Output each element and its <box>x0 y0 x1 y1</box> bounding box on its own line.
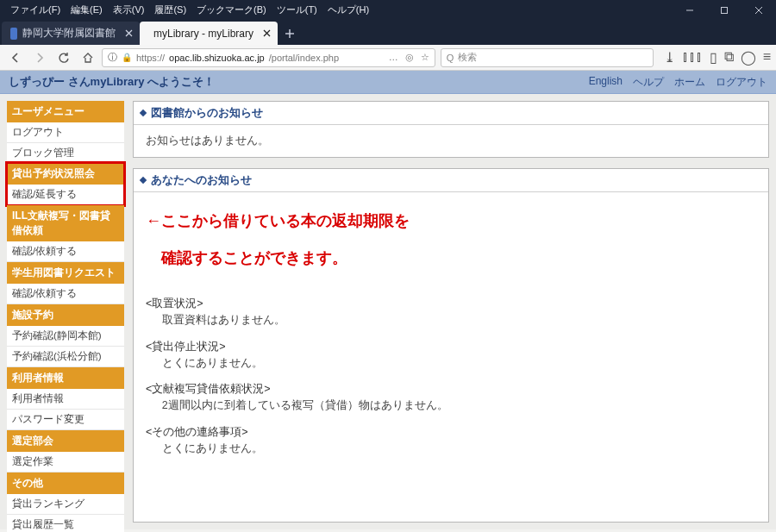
menu-ブックマーク(B)[interactable]: ブックマーク(B) <box>191 2 272 18</box>
sidebar-item[interactable]: 確認/依頼する <box>7 284 124 304</box>
welcome-link[interactable]: English <box>589 75 623 90</box>
sidebar-header: 利用者情報 <box>7 367 124 389</box>
reload-button[interactable] <box>53 47 74 68</box>
sidebar-item[interactable]: 予約確認(静岡本館) <box>7 326 124 347</box>
tab-strip: 静岡大学附属図書館myLibrary - myLibrary <box>0 20 776 45</box>
tracking-shield-icon[interactable]: ◎ <box>405 52 414 63</box>
tab-close-icon[interactable] <box>260 27 272 39</box>
sidebar-header: ユーザメニュー <box>7 101 124 122</box>
sidebar-item[interactable]: 利用者情報 <box>7 389 124 410</box>
sidebar-item[interactable]: パスワード変更 <box>7 410 124 430</box>
welcome-link[interactable]: ホーム <box>674 75 705 90</box>
annotation-text: ←ここから借りている本の返却期限を 確認することができます。 <box>146 201 756 292</box>
menu-履歴(S)[interactable]: 履歴(S) <box>149 2 191 18</box>
lock-icon: 🔒 <box>122 53 132 62</box>
browser-toolbar: ⓘ 🔒 https://opac.lib.shizuoka.ac.jp/port… <box>0 45 776 71</box>
bullet-icon <box>140 110 147 116</box>
notice-group: <文献複写貸借依頼状況>2週間以内に到着している複写（貸借）物はありません。 <box>146 378 756 421</box>
sidebar-header: その他 <box>7 473 124 494</box>
home-button[interactable] <box>78 47 98 68</box>
sidebar-item[interactable]: 予約確認(浜松分館) <box>7 347 124 367</box>
browser-tab[interactable]: 静岡大学附属図書館 <box>2 22 140 45</box>
bullet-icon <box>140 177 147 184</box>
screenshot-icon[interactable]: ⧉ <box>724 49 734 66</box>
sidebar-item[interactable]: 確認/延長する <box>7 185 124 205</box>
sidebar-item[interactable]: 確認/依頼する <box>7 241 124 262</box>
panel-personal-notice: あなたへのお知らせ ←ここから借りている本の返却期限を 確認することができます。… <box>133 168 769 523</box>
tab-label: myLibrary - myLibrary <box>153 28 253 40</box>
search-bar[interactable]: Q 検索 <box>441 48 654 67</box>
welcome-bar: しずっぴー さんmyLibrary へようこそ！ Englishヘルプホームログ… <box>0 71 776 94</box>
menu-ヘルプ(H)[interactable]: ヘルプ(H) <box>322 2 374 18</box>
sidebar-icon[interactable]: ▯ <box>710 49 717 66</box>
url-scheme: https:// <box>136 53 165 63</box>
back-button[interactable] <box>5 47 26 68</box>
notice-group: <その他の連絡事項>とくにありません。 <box>146 421 756 464</box>
maximize-button[interactable] <box>707 0 742 20</box>
address-bar[interactable]: ⓘ 🔒 https://opac.lib.shizuoka.ac.jp/port… <box>102 48 435 67</box>
sidebar-item[interactable]: 選定作業 <box>7 452 124 473</box>
sidebar-header: 選定部会 <box>7 430 124 452</box>
close-window-button[interactable] <box>742 0 776 20</box>
bookmark-star-icon[interactable]: ☆ <box>421 52 429 63</box>
downloads-icon[interactable]: ⤓ <box>664 49 675 66</box>
tab-close-icon[interactable] <box>122 27 135 39</box>
menu-ツール(T)[interactable]: ツール(T) <box>272 2 322 18</box>
account-icon[interactable]: ◯ <box>741 49 756 66</box>
svg-rect-1 <box>722 7 728 13</box>
search-placeholder: 検索 <box>458 51 477 64</box>
sidebar-header: 学生用図書リクエスト <box>7 262 124 284</box>
browser-tab[interactable]: myLibrary - myLibrary <box>140 22 278 45</box>
sidebar-item[interactable]: 貸出ランキング <box>7 494 124 515</box>
sidebar-item[interactable]: 貸出履歴一覧 <box>7 515 124 532</box>
welcome-link[interactable]: ヘルプ <box>633 75 664 90</box>
menu-表示(V)[interactable]: 表示(V) <box>108 2 150 18</box>
welcome-link[interactable]: ログアウト <box>716 75 767 90</box>
panel2-title: あなたへのお知らせ <box>151 172 252 188</box>
url-path: /portal/index.php <box>269 53 339 63</box>
app-menubar: ファイル(F)編集(E)表示(V)履歴(S)ブックマーク(B)ツール(T)ヘルプ… <box>0 0 776 20</box>
page-content: しずっぴー さんmyLibrary へようこそ！ Englishヘルプホームログ… <box>0 71 776 532</box>
menu-編集(E)[interactable]: 編集(E) <box>66 2 108 18</box>
panel1-title: 図書館からのお知らせ <box>151 105 263 121</box>
sidebar: ユーザメニューログアウトブロック管理貸出予約状況照会確認/延長するILL文献複写… <box>7 101 124 523</box>
window-controls <box>673 0 776 20</box>
main-area: 図書館からのお知らせ お知らせはありません。 あなたへのお知らせ ←ここから借り… <box>133 101 769 523</box>
notice-group: <取置状況>取置資料はありません。 <box>146 292 756 335</box>
minimize-button[interactable] <box>673 0 707 20</box>
sidebar-header: ILL文献複写・図書貸借依頼 <box>7 205 124 241</box>
page-actions-icon[interactable]: … <box>389 52 398 63</box>
panel1-body: お知らせはありません。 <box>146 135 269 147</box>
panel-library-notice: 図書館からのお知らせ お知らせはありません。 <box>133 101 769 158</box>
search-icon: Q <box>447 53 454 63</box>
url-host: opac.lib.shizuoka.ac.jp <box>169 53 265 63</box>
sidebar-item[interactable]: ブロック管理 <box>7 143 124 164</box>
sidebar-header: 施設予約 <box>7 304 124 326</box>
library-icon[interactable]: ⫿⫿⫿ <box>682 49 703 66</box>
app-menu-icon[interactable]: ≡ <box>763 49 771 66</box>
tab-label: 静岡大学附属図書館 <box>22 26 116 41</box>
menu-ファイル(F)[interactable]: ファイル(F) <box>5 2 66 18</box>
forward-button[interactable] <box>29 47 50 68</box>
sidebar-item[interactable]: ログアウト <box>7 122 124 143</box>
favicon-icon <box>10 28 17 40</box>
sidebar-header: 貸出予約状況照会 <box>7 163 124 185</box>
welcome-text: しずっぴー さんmyLibrary へようこそ！ <box>9 74 215 90</box>
notice-group: <貸出停止状況>とくにありません。 <box>146 335 756 379</box>
site-info-icon[interactable]: ⓘ <box>108 51 117 64</box>
new-tab-button[interactable] <box>278 22 302 45</box>
